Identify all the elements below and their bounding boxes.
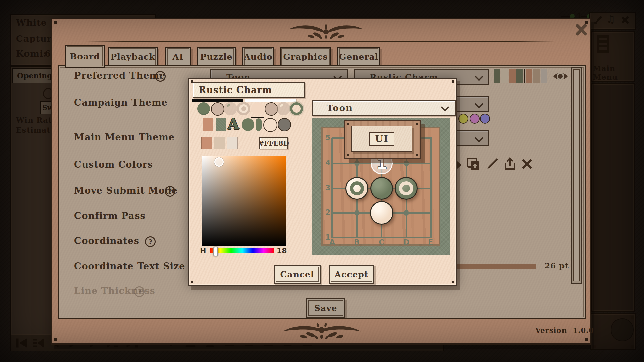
preview-theme-dropdown[interactable]: Toon (312, 100, 456, 116)
board-row-label: 5 (325, 133, 330, 142)
board-col-label: B (354, 238, 360, 246)
star-point (354, 161, 360, 166)
board-row-label: 2 (325, 208, 330, 217)
board-row-label: 3 (325, 184, 330, 192)
swatch-circle-faded-mark[interactable] (224, 102, 237, 115)
bg-swatch-tan[interactable] (214, 137, 225, 149)
sv-selector-handle[interactable] (214, 157, 224, 167)
swatch-circle-green-ring[interactable] (290, 102, 303, 115)
swatch-circle-outline-2[interactable] (265, 102, 278, 116)
stone-cream-ring (345, 177, 368, 200)
swatch-circle-cream-selected[interactable] (251, 102, 264, 115)
element-swatch-wood[interactable] (203, 118, 213, 131)
palette-page-bar[interactable] (245, 99, 296, 102)
sv-gradient-picker[interactable] (202, 156, 286, 246)
color-picker-dialog: Rustic Charm A (188, 78, 457, 286)
swatch-circle-ring-faded[interactable] (237, 102, 250, 115)
cancel-button[interactable]: Cancel (274, 265, 321, 284)
bg-swatch-salmon[interactable] (201, 137, 212, 149)
swatch-circle-outline[interactable] (211, 102, 224, 116)
ui-plaque-inner: UI (351, 126, 412, 152)
ui-preview-plaque: UI (344, 120, 421, 159)
screen: White Captures: Komi: 6 Opening G Sw Win… (0, 0, 644, 362)
board-col-label: A (329, 238, 335, 246)
theme-name-input[interactable]: Rustic Charm (193, 82, 305, 98)
star-point (404, 161, 409, 166)
accept-button[interactable]: Accept (329, 265, 374, 284)
ui-label: UI (375, 133, 388, 144)
star-point (354, 210, 360, 216)
board-col-label: C (379, 238, 384, 246)
element-swatch-letter-a[interactable]: A (228, 116, 240, 131)
hue-slider[interactable] (210, 248, 274, 253)
stone-green (370, 177, 393, 200)
chevron-down-icon (441, 103, 449, 111)
stone-cream (370, 201, 393, 225)
stone-green-ring (395, 177, 418, 200)
bg-swatch-light[interactable] (227, 137, 238, 149)
star-point (404, 210, 409, 216)
board-col-label: E (428, 238, 433, 246)
board-row-label: 4 (325, 159, 330, 167)
ui-label-box: UI (369, 132, 394, 146)
board-col-label: D (403, 238, 409, 246)
hue-label: H (200, 247, 206, 255)
element-swatch-capsule[interactable] (256, 118, 262, 131)
swatch-circle-faded-mark-2[interactable] (277, 102, 290, 115)
swatch-circle-green[interactable] (197, 102, 210, 115)
element-swatch-green-stone[interactable] (241, 118, 254, 131)
palette-page-bar-active[interactable] (192, 99, 243, 102)
element-swatch-gray-stone[interactable] (278, 118, 291, 131)
element-swatch-cream-stone[interactable] (263, 118, 277, 132)
hex-value-box[interactable]: #FFE8D (259, 137, 288, 149)
hue-slider-handle[interactable] (213, 247, 218, 256)
hue-value: 18 (277, 247, 287, 255)
element-swatch-green-board[interactable] (216, 118, 226, 131)
